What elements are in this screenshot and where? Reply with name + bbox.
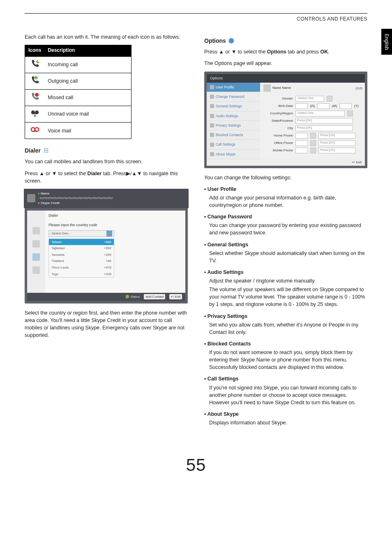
th-desc: Description bbox=[44, 45, 131, 56]
dialer-sidebar bbox=[27, 211, 45, 293]
options-form: Name Name (1/2) Gender-Select One- Birth… bbox=[260, 83, 365, 160]
mobile-phone-input[interactable]: Press [OK] bbox=[318, 148, 355, 153]
header-section: CONTROLS AND FEATURES bbox=[25, 16, 367, 22]
dialpad-icon bbox=[43, 148, 49, 153]
right-column: Options Press ▲ or ▼ to select the Optio… bbox=[204, 33, 367, 431]
add-contact-button[interactable]: Add Contact bbox=[144, 294, 165, 300]
feat-general-settings: General Settings bbox=[204, 241, 367, 248]
options-p1: Press ▲ or ▼ to select the Options tab a… bbox=[204, 48, 367, 56]
gender-select[interactable]: -Select One- bbox=[295, 96, 324, 102]
row-missed: Missed call bbox=[44, 89, 131, 106]
dialer-heading: Dialer bbox=[25, 146, 188, 155]
nav-blocked-contacts[interactable]: Blocked Contacts bbox=[207, 130, 260, 140]
nav-general-settings[interactable]: General Settings bbox=[207, 102, 260, 111]
dialer-p3: Select the country or region first, and … bbox=[25, 309, 188, 339]
down-arrow-icon: ▼ bbox=[52, 171, 57, 176]
nav-audio-settings[interactable]: Audio Settings bbox=[207, 111, 260, 121]
th-icons: Icons bbox=[25, 45, 45, 56]
nav-privacy-settings[interactable]: Privacy Settings bbox=[207, 121, 260, 130]
profile-avatar-icon bbox=[263, 84, 271, 92]
page-number: 55 bbox=[25, 455, 367, 475]
feat-call-settings: Call Settings bbox=[204, 375, 367, 382]
country-select-input[interactable]: -Select One- bbox=[295, 111, 345, 116]
header-rule bbox=[25, 13, 367, 14]
svg-rect-6 bbox=[33, 131, 37, 132]
options-heading: Options bbox=[204, 37, 367, 45]
nav-about-skype[interactable]: About Skype bbox=[207, 150, 260, 159]
birth-m-input[interactable] bbox=[317, 103, 330, 109]
feat-audio-settings: Audio Settings bbox=[204, 269, 367, 276]
row-incoming: Incoming call bbox=[44, 56, 131, 73]
office-phone-input[interactable]: Press [OK] bbox=[318, 140, 355, 146]
options-p2: The Options page will appear. bbox=[204, 60, 367, 67]
nav-call-settings[interactable]: Call Settings bbox=[207, 140, 260, 149]
language-tab: English bbox=[381, 29, 392, 55]
svg-rect-3 bbox=[33, 114, 37, 114]
up-arrow-icon: ▲ bbox=[39, 171, 44, 176]
gear-icon bbox=[228, 38, 234, 44]
unread-voicemail-icon bbox=[30, 109, 39, 118]
options-p3: You can change the following settings: bbox=[204, 174, 367, 181]
feature-list: User ProfileAdd or change your personal … bbox=[204, 185, 367, 426]
nav-change-password[interactable]: Change Password bbox=[207, 92, 260, 102]
feat-user-profile: User Profile bbox=[204, 185, 367, 193]
birth-d-input[interactable] bbox=[295, 103, 308, 109]
country-select[interactable]: -Select One- bbox=[48, 230, 114, 237]
city-input[interactable]: Press [OK] bbox=[295, 125, 353, 131]
voicemail-icon bbox=[30, 125, 39, 134]
missed-call-icon bbox=[30, 92, 39, 101]
feat-blocked-contacts: Blocked Contacts bbox=[204, 340, 367, 348]
right-arrow-icon: ▶ bbox=[126, 171, 130, 176]
options-nav: User Profile Change Password General Set… bbox=[207, 83, 260, 160]
home-phone-input[interactable]: Press [OK] bbox=[318, 133, 355, 139]
options-window-title: Options bbox=[207, 74, 365, 83]
page-indicator: (1/2) bbox=[356, 86, 362, 91]
state-input[interactable]: Press [OK] bbox=[295, 118, 353, 124]
outgoing-call-icon bbox=[30, 76, 39, 85]
options-screenshot: Options User Profile Change Password Gen… bbox=[204, 72, 367, 168]
row-unread-vm: Unread voice mail bbox=[44, 106, 131, 122]
dialer-p1: You can call mobiles and landlines from … bbox=[25, 158, 188, 165]
dialer-p2: Press ▲ or ▼ to select the Dialer tab. P… bbox=[25, 170, 188, 185]
intro-text: Each call has an icon with it. The meani… bbox=[25, 33, 188, 41]
dropdown-icon bbox=[106, 231, 112, 236]
options-exit-button[interactable]: Exit bbox=[356, 160, 362, 164]
row-outgoing: Outgoing call bbox=[44, 73, 131, 89]
svg-point-0 bbox=[35, 93, 39, 97]
sidebar-settings-icon[interactable] bbox=[32, 266, 40, 274]
nav-user-profile[interactable]: User Profile bbox=[207, 83, 260, 92]
dialer-tab-label: Dialer bbox=[48, 213, 182, 218]
incoming-call-icon bbox=[30, 59, 39, 68]
sidebar-history-icon[interactable] bbox=[32, 240, 40, 248]
feat-privacy-settings: Privacy Settings bbox=[204, 313, 367, 320]
country-list[interactable]: Taiwan+886 Tajikistan+992 Tanzania+255 T… bbox=[48, 239, 114, 278]
avatar-icon bbox=[27, 194, 35, 202]
sidebar-contacts-icon[interactable] bbox=[32, 227, 40, 234]
sidebar-dialer-icon[interactable] bbox=[32, 253, 40, 261]
row-voicemail: Voice mail bbox=[44, 123, 131, 139]
dialer-prompt: Please input the country code bbox=[48, 221, 182, 230]
birth-y-input[interactable] bbox=[339, 103, 352, 109]
feat-change-password: Change Password bbox=[204, 213, 367, 220]
dialer-screenshot: ● Name - TextTextTextTextTextTextTextTex… bbox=[25, 189, 188, 303]
feat-about-skype: About Skype bbox=[204, 410, 367, 418]
icons-table: Icons Description Incoming call Outgoing… bbox=[25, 45, 131, 139]
exit-button[interactable]: ↩ Exit bbox=[169, 294, 182, 300]
left-column: Each call has an icon with it. The meani… bbox=[25, 33, 188, 431]
